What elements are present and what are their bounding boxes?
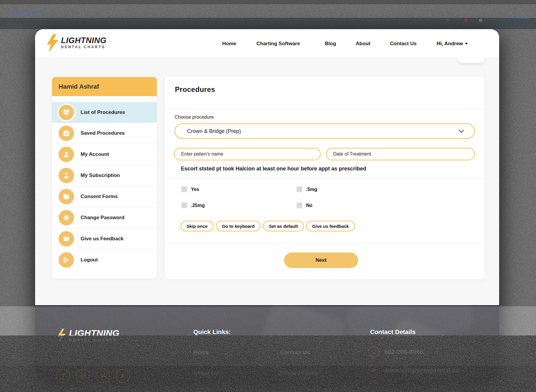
sidebar-item-label: Give us Feedback [81, 236, 124, 242]
logout-icon [59, 252, 74, 268]
sidebar-item-label: Consent Forms [81, 194, 118, 200]
footer-link-privacy-policy[interactable]: Privacy Policy [280, 370, 319, 377]
linkedin-icon[interactable]: in [96, 369, 110, 383]
user-icon [59, 147, 74, 162]
option-yes[interactable]: Yes [181, 186, 199, 192]
card-divider [165, 244, 485, 244]
choose-procedure-label: Choose procedure [175, 115, 214, 120]
chevron-down-icon [465, 43, 468, 45]
sidebar-item-change-password[interactable]: Change Password [52, 207, 157, 228]
extension-dot-gray [479, 18, 482, 22]
app-window: LIGHTNING DENTAL CHARTS Home Charting So… [35, 29, 499, 384]
phone-number: 602-266-6060 [384, 348, 423, 355]
patient-name-input[interactable] [174, 148, 321, 160]
brand-name: LIGHTNING [69, 329, 120, 338]
lightning-bolt-icon [57, 328, 67, 343]
next-button[interactable]: Next [284, 253, 358, 268]
contact-details-heading: Contact Details [370, 328, 416, 335]
procedure-instruction-text: Escort ststed pt took Halcion at least o… [181, 166, 366, 172]
phone-icon [368, 346, 380, 357]
brand-tagline: DENTAL CHARTS [69, 338, 120, 343]
procedure-select[interactable]: Crown & Bridge (Prep) [175, 123, 475, 139]
chevron-down-icon [459, 130, 464, 133]
x-icon[interactable]: ✕ [116, 369, 130, 383]
site-logo: LIGHTNING DENTAL CHARTS [47, 34, 106, 51]
go-to-keyboard-button[interactable]: Go to keyboard [216, 221, 261, 231]
checkbox-icon[interactable] [297, 186, 302, 192]
option-label: .5mg [306, 187, 317, 192]
sidebar-item-give-us-feedback[interactable]: Give us Feedback [52, 228, 157, 250]
extension-dot-red [464, 18, 468, 22]
skip-once-button[interactable]: Skip once [181, 221, 214, 231]
subscription-user-icon [59, 168, 74, 183]
footer-link-home[interactable]: Home [193, 349, 209, 356]
action-buttons-row: Skip once Go to keyboard Set as default … [181, 221, 355, 231]
sidebar-item-consent-forms[interactable]: Consent Forms [52, 186, 157, 207]
user-menu[interactable]: Hi, Andrew [437, 41, 468, 47]
give-us-feedback-button[interactable]: Give us feedback [306, 221, 355, 231]
quick-links-heading: Quick Links: [193, 328, 231, 335]
page-title: Procedures [175, 85, 215, 94]
mail-icon [59, 231, 74, 247]
brand-tagline: DENTAL CHARTS [61, 45, 106, 49]
option-no[interactable]: No [297, 203, 312, 208]
user-menu-label: Hi, Andrew [437, 41, 463, 46]
sidebar-item-list-of-procedures[interactable]: List of Procedures [52, 102, 157, 123]
option-label: Yes [191, 187, 199, 192]
procedure-select-value: Crown & Bridge (Prep) [187, 128, 459, 134]
checkbox-icon[interactable] [297, 203, 302, 208]
facebook-icon[interactable]: f [56, 369, 70, 383]
sidebar-user-name: Hamid Ashraf [59, 83, 99, 90]
brand-name: LIGHTNING [61, 36, 106, 45]
medkit-icon [59, 126, 74, 141]
nav-charting-software[interactable]: Charting Software [256, 41, 300, 47]
footer-logo: LIGHTNING DENTAL CHARTS [57, 328, 120, 343]
browser-chrome-band [0, 18, 536, 29]
social-links: f in ✕ [56, 369, 130, 383]
card-divider [165, 108, 485, 109]
footer-phone[interactable]: 602-266-6060 [368, 346, 423, 357]
footer-address: 5025 N Central Ave, Phoenix [368, 381, 460, 384]
noise-artifact-left [12, 11, 45, 14]
sidebar-gap [52, 96, 157, 102]
card-divider [165, 178, 485, 178]
sidebar-item-saved-procedures[interactable]: Saved Procedures [52, 123, 157, 144]
heart-pulse-icon [59, 105, 74, 120]
treatment-date-input[interactable] [326, 148, 475, 160]
option-25mg[interactable]: .25mg [181, 203, 205, 208]
sidebar-item-label: Saved Procedures [81, 130, 125, 136]
bookmark-star-icon: ☆ [446, 17, 450, 23]
sidebar-item-my-subscription[interactable]: My Subscription [52, 165, 157, 186]
option-5mg[interactable]: .5mg [297, 186, 317, 192]
footer-link-about-us[interactable]: About Us [193, 370, 218, 377]
site-footer: LIGHTNING DENTAL CHARTS Quick Links: Hom… [35, 305, 499, 384]
sidebar-item-label: List of Procedures [81, 109, 125, 115]
sidebar-item-label: My Account [81, 151, 109, 157]
footer-email[interactable]: admin@lightningdental.co [368, 365, 459, 376]
nav-about[interactable]: About [356, 41, 370, 47]
email-address: admin@lightningdental.co [384, 367, 459, 374]
sidebar-item-label: Logout [81, 257, 98, 263]
checkbox-icon[interactable] [181, 186, 187, 192]
procedures-card: Procedures Choose procedure Crown & Brid… [164, 76, 485, 280]
site-header: LIGHTNING DENTAL CHARTS Home Charting So… [35, 29, 499, 58]
sidebar-item-label: My Subscription [81, 173, 120, 178]
email-icon [368, 365, 380, 376]
set-as-default-button[interactable]: Set as default [263, 221, 304, 231]
sidebar-item-my-account[interactable]: My Account [52, 144, 157, 165]
sidebar-item-logout[interactable]: Logout [52, 250, 157, 270]
sidebar-item-label: Change Password [81, 215, 124, 221]
nav-blog[interactable]: Blog [325, 41, 336, 47]
screenshot-canvas: ☆ LIGHTNING DENTAL CHARTS Home Charting … [0, 0, 536, 392]
gear-icon [59, 210, 74, 225]
sidebar-user-header: Hamid Ashraf [52, 77, 157, 96]
nav-home[interactable]: Home [222, 41, 236, 47]
nav-contact-us[interactable]: Contact Us [390, 41, 417, 47]
checkbox-icon[interactable] [181, 203, 187, 208]
option-label: .25mg [191, 203, 205, 208]
lightning-bolt-icon [47, 34, 59, 51]
instagram-icon[interactable] [76, 369, 90, 383]
footer-link-contact-us[interactable]: Contact Us [280, 349, 310, 356]
option-label: No [306, 203, 312, 208]
browser-chrome-strip [0, 0, 536, 4]
